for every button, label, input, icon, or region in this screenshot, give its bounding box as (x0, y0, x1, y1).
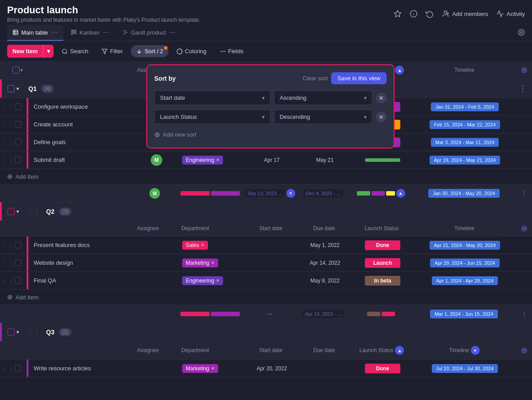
history-icon (426, 10, 434, 18)
row-drag-handle[interactable]: ⋮⋮ (0, 259, 9, 267)
sort-direction-dropdown-2[interactable]: Ascending Descending (280, 114, 364, 120)
badge-remove[interactable]: ✕ (216, 278, 219, 283)
badge-remove[interactable]: ✕ (211, 366, 215, 371)
star-button[interactable] (394, 10, 402, 18)
timeline-bar: Feb 15, 2024 - Mar 22, 2024 (430, 120, 500, 129)
add-item-label: Add Item (16, 173, 39, 180)
row-drag-handle[interactable]: ⋮⋮ (0, 276, 9, 285)
tab-kanban-menu[interactable]: ··· (102, 28, 110, 36)
sort-direction-select-1[interactable]: Ascending Descending ▾ (274, 90, 372, 105)
status-collapse-up-summary[interactable]: ▲ (396, 189, 405, 198)
sort-remove-button-1[interactable]: ✕ (376, 93, 387, 103)
sort-field-select-1[interactable]: Start date Due date Name Assignee Depart… (154, 90, 270, 105)
summary-menu[interactable]: ⋮ (516, 190, 532, 196)
add-sort-button[interactable]: ⊕ Add new sort (154, 129, 196, 141)
q3-drag[interactable]: ⋮⋮ (25, 328, 43, 336)
q2-collapse-area: ▾ (2, 208, 25, 215)
summary-startdate-val2: — (267, 311, 273, 317)
dept-badge: Marketing ✕ (182, 364, 218, 373)
q1-toggle[interactable]: ▾ (16, 86, 19, 92)
row-checkbox[interactable] (15, 259, 21, 266)
row-checkbox[interactable] (15, 365, 21, 372)
tab-gantt-menu[interactable]: ··· (168, 28, 176, 36)
new-item-label: New Item (7, 45, 43, 58)
add-members-button[interactable]: Add members (442, 10, 488, 18)
expand-all-toggle[interactable]: ▾ (20, 67, 23, 73)
add-col-button2[interactable]: ⊕ (516, 224, 532, 233)
add-item-q2[interactable]: ⊕ Add Item (0, 290, 532, 305)
info-button[interactable] (410, 10, 418, 18)
gantt-icon (122, 29, 129, 35)
activity-button[interactable]: Activity (496, 10, 525, 18)
q1-summary-row: M Sep 13, 2023 ... ▾ Dec 4, 2023 - ... (0, 184, 532, 202)
sort-field-dropdown-1[interactable]: Start date Due date Name Assignee Depart… (160, 94, 262, 101)
svg-marker-20 (102, 49, 107, 54)
summary-menu2[interactable]: ⋮ (516, 310, 532, 317)
startdate-collapse-down[interactable]: ▾ (286, 189, 295, 198)
sort-button[interactable]: Sort / 2 (131, 45, 168, 57)
row-checkbox-area (9, 259, 27, 266)
row-drag-handle[interactable]: ⋮⋮ (0, 102, 9, 111)
sort-direction-dropdown-1[interactable]: Ascending Descending (280, 94, 364, 101)
row-drag-handle[interactable]: ⋮⋮ (0, 138, 9, 146)
name-col-header (27, 66, 133, 75)
settings-button[interactable] (518, 29, 525, 37)
q2-toggle[interactable]: ▾ (16, 208, 19, 215)
clear-sort-button[interactable]: Clear sort (303, 75, 328, 82)
select-all-checkbox[interactable] (12, 67, 20, 74)
row-checkbox[interactable] (15, 242, 21, 248)
timeline-bar: Apr 21, 2024 - May 20, 2024 (430, 241, 500, 250)
tab-gantt[interactable]: Gantt product ··· (117, 25, 182, 41)
tab-kanban[interactable]: Kanban ··· (65, 25, 115, 41)
badge-remove[interactable]: ✕ (211, 260, 215, 265)
new-item-button[interactable]: New Item ▾ (7, 45, 54, 58)
row-drag-handle[interactable]: ⋮⋮ (0, 241, 9, 249)
q2-summary-row: — Apr 14, 2022 - ... Mar 1, 2024 - Jun 1… (0, 305, 532, 323)
coloring-button[interactable]: Coloring (171, 45, 211, 57)
timeline-collapse-down-q3[interactable]: ▾ (471, 346, 480, 355)
q2-drag[interactable]: ⋮⋮ (25, 207, 43, 216)
badge-remove[interactable]: ✕ (201, 243, 204, 247)
row-drag-handle[interactable]: ⋮⋮ (0, 156, 9, 164)
sort-direction-select-2[interactable]: Ascending Descending ▾ (274, 110, 372, 124)
sort-field-select-2[interactable]: Start date Due date Name Assignee Depart… (154, 110, 270, 124)
row-checkbox[interactable] (15, 103, 21, 110)
history-button[interactable] (426, 10, 434, 18)
search-button[interactable]: Search (56, 45, 94, 57)
sort-dropdown: Sort by Clear sort Save in this view Sta… (146, 64, 395, 149)
add-col-button[interactable]: ⊕ (516, 65, 532, 75)
summary-duedate: Dec 4, 2023 - ... (297, 189, 350, 197)
row-checkbox-area (9, 242, 27, 248)
save-view-button[interactable]: Save in this view (331, 72, 387, 84)
q1-menu[interactable]: ⋮ (519, 84, 527, 94)
table-row: ⋮⋮ Submit draft M Engineering ✕ Apr 17 M… (0, 151, 532, 169)
summary-assignee: M (133, 188, 177, 199)
badge-remove[interactable]: ✕ (216, 157, 219, 162)
add-item-q1[interactable]: ⊕ Add Item (0, 169, 532, 184)
row-checkbox-area (9, 103, 27, 110)
row-checkbox[interactable] (15, 139, 21, 145)
status-collapse-up-q1[interactable]: ▲ (395, 66, 404, 75)
row-timeline: Feb 15, 2024 - Mar 22, 2024 (414, 120, 516, 129)
row-drag-handle[interactable]: ⋮⋮ (0, 364, 9, 373)
fields-button[interactable]: Fields (215, 45, 249, 57)
q3-toggle[interactable]: ▾ (16, 329, 19, 335)
q1-checkbox[interactable] (8, 85, 15, 92)
chevron-down-icon-1: ▾ (364, 95, 367, 101)
new-item-dropdown-arrow[interactable]: ▾ (43, 45, 54, 58)
q3-count: (2) (59, 328, 72, 336)
name-col-header3 (27, 346, 133, 355)
sort-field-dropdown-2[interactable]: Start date Due date Name Assignee Depart… (160, 114, 262, 120)
q3-checkbox[interactable] (8, 329, 15, 336)
add-col-button3[interactable]: ⊕ (516, 345, 532, 355)
row-checkbox[interactable] (15, 121, 21, 128)
row-drag-handle[interactable]: ⋮⋮ (0, 120, 9, 129)
sort-remove-button-2[interactable]: ✕ (376, 112, 387, 122)
q2-checkbox[interactable] (8, 208, 15, 215)
tab-main-table-menu[interactable]: ··· (51, 28, 58, 36)
filter-button[interactable]: Filter (96, 45, 128, 57)
row-checkbox[interactable] (15, 157, 21, 163)
status-collapse-up-q3[interactable]: ▲ (395, 346, 404, 355)
row-checkbox[interactable] (15, 277, 21, 284)
tab-main-table[interactable]: Main table ··· (7, 25, 63, 41)
